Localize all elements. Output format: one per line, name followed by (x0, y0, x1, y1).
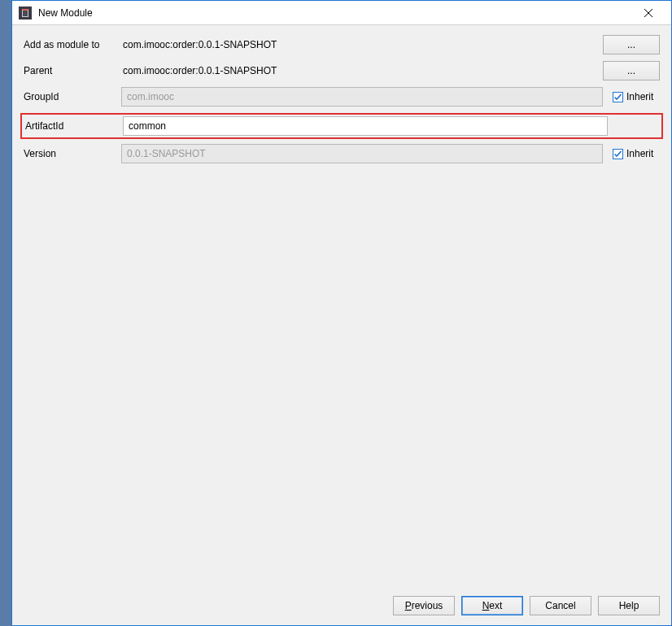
window-title: New Module (38, 7, 632, 19)
parent-browse-button[interactable]: ... (603, 61, 660, 80)
version-input (121, 144, 603, 163)
close-button[interactable] (632, 2, 665, 24)
next-rest: ext (489, 600, 502, 611)
add-as-module-value: com.imooc:order:0.0.1-SNAPSHOT (121, 39, 598, 50)
groupid-inherit-wrap: Inherit (613, 91, 660, 102)
version-inherit-checkbox[interactable] (613, 149, 623, 159)
version-row: Version Inherit (24, 144, 660, 163)
previous-rest: revious (412, 600, 443, 611)
parent-value: com.imooc:order:0.0.1-SNAPSHOT (121, 65, 598, 76)
groupid-input (121, 87, 603, 107)
close-icon (644, 9, 652, 17)
add-as-module-row: Add as module to com.imooc:order:0.0.1-S… (24, 35, 660, 54)
content-area: Add as module to com.imooc:order:0.0.1-S… (12, 25, 671, 588)
button-bar: Previous Next Cancel Help (12, 588, 671, 625)
groupid-inherit-checkbox[interactable] (613, 92, 623, 102)
version-inherit-label: Inherit (626, 148, 653, 159)
artifactid-row: ArtifactId (24, 116, 660, 136)
parent-label: Parent (24, 65, 116, 76)
version-inherit-wrap: Inherit (613, 148, 660, 159)
checkmark-icon (613, 150, 622, 159)
next-button[interactable]: Next (461, 596, 523, 615)
app-icon (19, 7, 32, 20)
add-as-module-browse-button[interactable]: ... (603, 35, 660, 54)
artifactid-highlight: ArtifactId (20, 113, 663, 139)
cancel-button[interactable]: Cancel (530, 596, 591, 615)
previous-button[interactable]: Previous (393, 596, 455, 615)
checkmark-icon (613, 93, 622, 102)
help-button[interactable]: Help (598, 596, 660, 615)
dialog-window: New Module Add as module to com.imooc:or… (11, 0, 672, 626)
groupid-label: GroupId (24, 91, 116, 102)
artifactid-label: ArtifactId (24, 120, 118, 132)
add-as-module-label: Add as module to (24, 39, 116, 50)
groupid-row: GroupId Inherit (24, 87, 660, 107)
parent-row: Parent com.imooc:order:0.0.1-SNAPSHOT ..… (24, 61, 660, 80)
titlebar: New Module (12, 1, 671, 25)
artifactid-input[interactable] (123, 116, 608, 136)
version-label: Version (24, 148, 116, 159)
groupid-inherit-label: Inherit (626, 91, 653, 102)
